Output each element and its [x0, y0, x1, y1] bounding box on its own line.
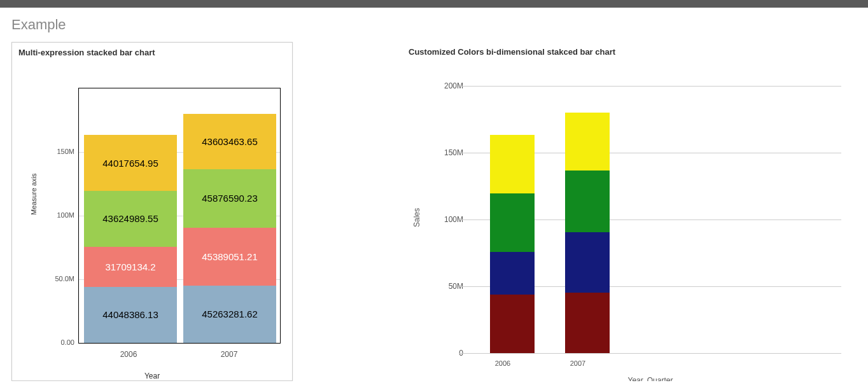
chart2-seg[interactable]	[565, 232, 610, 293]
chart2-ylabel: Sales	[412, 208, 421, 227]
chart2-xcat: 2007	[546, 359, 610, 367]
chart2-seg[interactable]	[490, 295, 535, 354]
chart1-ytick: 0.00	[61, 338, 74, 346]
chart1-bar-2006[interactable]: 163M 44017654.95 43624989.55 31709134.2 …	[84, 135, 177, 343]
chart1-seg[interactable]: 43624989.55	[84, 191, 177, 246]
chart2-bar-2007[interactable]: 180.13M	[565, 113, 610, 353]
chart2-title: Customized Colors bi-dimensional stakced…	[407, 42, 853, 62]
chart1-body: Measure axis 150M 100M 50.0M 0.00 163M 4…	[12, 62, 292, 380]
chart2-seg[interactable]	[490, 252, 535, 295]
chart1-xcat: 2007	[179, 350, 279, 359]
chart2-bar-2006[interactable]: 163.4M	[490, 135, 535, 353]
chart1-xcat: 2006	[78, 350, 179, 359]
panel-right: Customized Colors bi-dimensional stakced…	[407, 42, 853, 381]
chart2-seg[interactable]	[565, 293, 610, 353]
chart1-seg[interactable]: 44048386.13	[84, 287, 177, 343]
chart1-ylabel: Measure axis	[30, 174, 38, 215]
chart1-ytick: 50.0M	[55, 275, 74, 282]
chart1-seg[interactable]: 45263281.62	[183, 286, 276, 344]
chart2-seg[interactable]	[490, 193, 535, 252]
panels-row: Multi-expression stacked bar chart Measu…	[0, 42, 868, 381]
chart1-seg[interactable]: 45389051.21	[183, 228, 276, 286]
chart1-ytick: 100M	[57, 211, 74, 219]
chart2-seg[interactable]	[565, 171, 610, 232]
top-bar	[0, 0, 868, 8]
chart1-xlabel: Year	[12, 372, 292, 380]
chart1-seg[interactable]: 44017654.95	[84, 135, 177, 191]
chart1-seg[interactable]: 45876590.23	[183, 169, 276, 228]
chart2-xcat: 2006	[471, 359, 535, 367]
chart2-seg[interactable]	[565, 113, 610, 171]
chart2-seg[interactable]	[490, 135, 535, 193]
chart1-seg[interactable]: 43603463.65	[183, 114, 276, 169]
chart2-plot[interactable]: 163.4M 180.13M	[459, 86, 841, 353]
chart1-ytick: 150M	[57, 148, 74, 155]
chart2-xlabel: Year, Quarter	[459, 376, 841, 381]
page-title: Example	[11, 17, 868, 33]
chart1-plot[interactable]: 163M 44017654.95 43624989.55 31709134.2 …	[78, 88, 281, 344]
chart1-seg[interactable]: 31709134.2	[84, 247, 177, 287]
chart1-bar-2007[interactable]: 180M 43603463.65 45876590.23 45389051.21…	[183, 114, 276, 343]
panel-left: Multi-expression stacked bar chart Measu…	[11, 42, 293, 381]
chart2-body: Sales 200M 150M 100M 50M 0 163.4M	[407, 62, 853, 380]
chart1-title: Multi-expression stacked bar chart	[12, 43, 292, 62]
